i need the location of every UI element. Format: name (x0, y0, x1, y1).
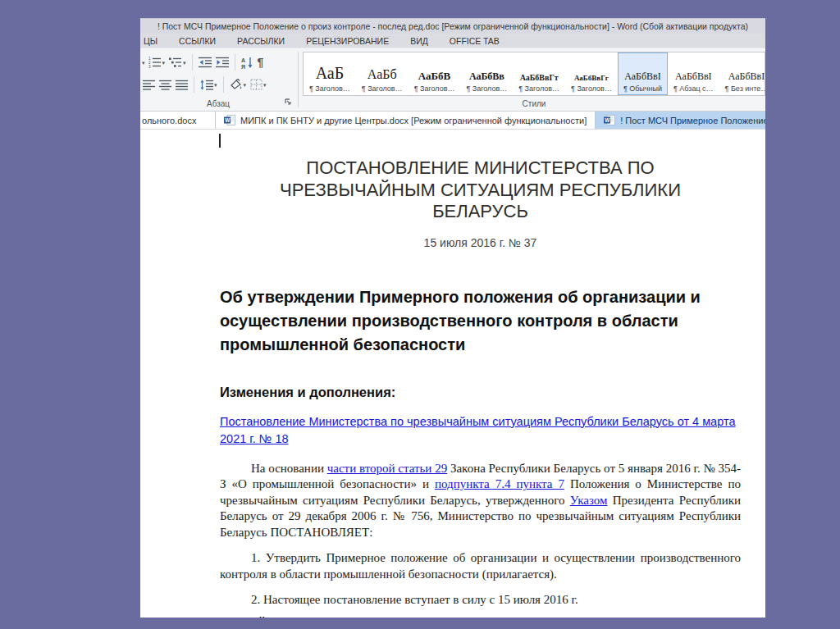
document-tab-active[interactable]: W ! Пост МСЧ Примерное Положение о п (596, 112, 765, 129)
ribbon-tab-references[interactable]: ССЫЛКИ (179, 36, 216, 46)
paragraph-dialog-launcher-icon[interactable] (285, 93, 291, 108)
ribbon-tab-office-tab[interactable]: OFFICE TAB (450, 36, 500, 46)
separator (192, 54, 193, 71)
svg-text:W: W (225, 117, 231, 123)
justify-button[interactable] (175, 79, 189, 91)
line-spacing-button[interactable]: ▾ (199, 79, 218, 91)
amendment-link[interactable]: Постановление Министерства по чрезвычайн… (220, 415, 735, 445)
align-left-button[interactable] (142, 79, 156, 91)
separator (223, 76, 224, 93)
style-item-heading4[interactable]: АаБбВв ¶ Заголов… (460, 52, 513, 95)
ribbon-tab-mailings[interactable]: РАССЫЛКИ (237, 36, 285, 46)
text-cursor (219, 134, 221, 148)
line-spacing-dropdown-icon[interactable]: ▾ (214, 82, 217, 88)
signature-position: Первый заместитель Министра (220, 615, 400, 618)
numbered-list-dropdown-icon[interactable]: ▾ (162, 60, 166, 66)
svg-text:Я: Я (241, 64, 245, 69)
borders-dropdown-icon[interactable]: ▾ (263, 82, 267, 88)
document-date-line: 15 июля 2016 г. № 37 (220, 236, 741, 249)
multilevel-list-button[interactable]: ▾ (168, 56, 187, 69)
ribbon-tab-view[interactable]: ВИД (410, 36, 428, 46)
paragraph-group-label: Абзац (140, 99, 296, 108)
style-item-heading6[interactable]: АаБбВвГг ¶ Заголов… (565, 52, 618, 95)
resolution-item-2: 2. Настоящее постановление вступает в си… (220, 592, 741, 608)
style-item-list-paragraph[interactable]: АаБбВвІ ¶ Абзац с… (668, 52, 719, 95)
borders-button[interactable]: ▾ (249, 78, 267, 91)
document-tab-1[interactable]: ольного.docx (140, 112, 216, 129)
show-paragraph-marks-button[interactable]: ¶ (257, 55, 265, 70)
document-title: ПОСТАНОВЛЕНИЕ МИНИСТЕРСТВА ПО ЧРЕЗВЫЧАЙН… (276, 157, 686, 223)
document-tab-bar: ольного.docx W МИПК и ПК БНТУ и другие Ц… (140, 112, 765, 130)
link-article-29[interactable]: части второй статьи 29 (327, 462, 447, 475)
style-item-heading1[interactable]: АаБ ¶ Заголов… (304, 52, 356, 95)
shading-dropdown-icon[interactable]: ▾ (244, 82, 247, 88)
ribbon-tab-page-layout-partial[interactable]: ЦЫ (144, 36, 158, 46)
document-subject-heading: Об утверждении Примерного положения об о… (220, 285, 712, 357)
word-window: ! Пост МСЧ Примерное Положение о произ к… (140, 18, 765, 618)
document-area[interactable]: ПОСТАНОВЛЕНИЕ МИНИСТЕРСТВА ПО ЧРЕЗВЫЧАЙН… (140, 130, 765, 618)
link-subclause-7-4[interactable]: подпункта 7.4 пункта 7 (435, 477, 564, 490)
sort-button[interactable]: АЯ (240, 56, 254, 70)
ribbon-tab-review[interactable]: РЕЦЕНЗИРОВАНИЕ (306, 36, 389, 46)
svg-text:W: W (605, 117, 610, 123)
resolution-item-1: 1. Утвердить Примерное положение об орга… (220, 550, 741, 582)
style-item-heading5[interactable]: АаБбВвГт ¶ Заголов… (513, 52, 565, 95)
word-file-icon: W (604, 115, 615, 125)
styles-group-label: Стили (303, 99, 765, 108)
svg-text:А: А (241, 57, 245, 63)
shading-button[interactable]: ▾ (229, 78, 248, 91)
window-title: ! Пост МСЧ Примерное Положение о произ к… (158, 21, 748, 31)
word-file-icon: W (224, 115, 235, 125)
main-paragraph: На основании части второй статьи 29 Зако… (220, 461, 741, 541)
link-decree[interactable]: Указом (570, 494, 608, 507)
numbered-list-button[interactable]: 123 ▾ (148, 56, 167, 69)
svg-text:3: 3 (148, 65, 151, 68)
slide-background: ! Пост МСЧ Примерное Положение о произ к… (0, 0, 840, 629)
multilevel-list-dropdown-icon[interactable]: ▾ (183, 60, 186, 66)
style-item-normal-selected[interactable]: АаБбВвІ ¶ Обычный (618, 52, 668, 95)
changes-heading: Изменения и дополнения: (220, 385, 741, 400)
bullet-list-dropdown-icon[interactable]: ▾ (142, 60, 145, 66)
signature-row: Первый заместитель Министра В.А.Степанен… (220, 615, 741, 618)
styles-gallery: АаБ ¶ Заголов… АаБб ¶ Заголов… АаБбВ ¶ З… (303, 52, 765, 96)
document-content: ПОСТАНОВЛЕНИЕ МИНИСТЕРСТВА ПО ЧРЕЗВЫЧАЙН… (140, 130, 765, 618)
amendment-link-block: Постановление Министерства по чрезвычайн… (220, 413, 741, 448)
align-center-button[interactable] (158, 79, 172, 91)
paragraph-text: На основании (251, 462, 327, 475)
style-item-no-spacing[interactable]: АаБбВвІ ¶ Без инте… (719, 52, 765, 95)
ribbon-tab-bar: ЦЫ ССЫЛКИ РАССЫЛКИ РЕЦЕНЗИРОВАНИЕ ВИД OF… (140, 34, 765, 48)
document-tab-2[interactable]: W МИПК и ПК БНТУ и другие Центры.docx [Р… (216, 112, 596, 129)
separator (194, 76, 194, 93)
separator (235, 54, 235, 71)
style-item-heading2[interactable]: АаБб ¶ Заголов… (356, 52, 409, 95)
ribbon: ▾ 123 ▾ ▾ (140, 48, 765, 112)
increase-indent-button[interactable] (215, 56, 230, 69)
group-separator (298, 52, 299, 107)
styles-group: АаБ ¶ Заголов… АаБб ¶ Заголов… АаБбВ ¶ З… (303, 48, 765, 111)
signature-name: В.А.Степаненко (651, 615, 741, 618)
decrease-indent-button[interactable] (198, 56, 212, 69)
paragraph-group: ▾ 123 ▾ ▾ (140, 48, 296, 111)
style-item-heading3[interactable]: АаБбВ ¶ Заголов… (409, 52, 461, 95)
title-bar: ! Пост МСЧ Примерное Положение о произ к… (140, 19, 765, 34)
